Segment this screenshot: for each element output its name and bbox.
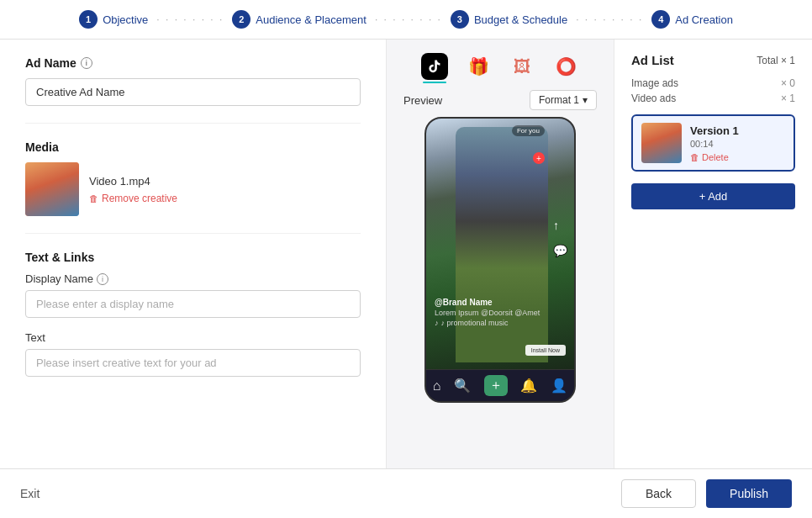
trash-icon: 🗑: [89, 193, 98, 204]
media-label: Media: [25, 140, 361, 154]
video-ads-label: Video ads: [631, 92, 676, 104]
search-bottom-icon: 🔍: [454, 378, 471, 394]
step-2-label: Audience & Placement: [256, 13, 366, 26]
left-panel: Ad Name i Media Video 1.mp4 🗑 Remove cre…: [0, 40, 387, 468]
comment-icon: 💬: [553, 244, 567, 257]
preview-label: Preview: [403, 94, 442, 107]
display-name-label: Display Name i: [25, 272, 361, 285]
publish-button[interactable]: Publish: [706, 479, 792, 508]
divider-1: · · · · · · · ·: [148, 13, 232, 25]
chevron-down-icon: ▾: [583, 94, 588, 106]
step-4-label: Ad Creation: [675, 13, 733, 26]
exit-button[interactable]: Exit: [20, 487, 40, 500]
ad-list-total: Total × 1: [757, 55, 795, 66]
image-ads-label: Image ads: [631, 77, 678, 89]
step-3-label: Budget & Schedule: [474, 13, 567, 26]
text-links-label: Text & Links: [25, 251, 361, 264]
image-icon: 🖼: [514, 57, 530, 77]
ad-name-info-icon[interactable]: i: [81, 57, 92, 69]
platform-icons: 🎁 🖼 ⭕: [403, 53, 597, 80]
circle-platform-icon[interactable]: ⭕: [552, 53, 579, 80]
step-2-circle: 2: [232, 10, 250, 29]
version-duration: 00:14: [690, 139, 785, 149]
caption: Lorem Ipsum @Doorsit @Amet: [435, 309, 540, 317]
phone-video: For you + ↑ 💬 @Brand Name Lorem Ipsum @D…: [426, 119, 574, 369]
image-ads-count: × 0: [781, 77, 795, 89]
add-icon: ＋: [484, 375, 508, 396]
ad-name-group: Ad Name i: [25, 56, 361, 106]
ad-version-card: Version 1 00:14 🗑 Delete: [631, 114, 795, 172]
tiktok-svg: [427, 59, 442, 74]
video-ads-count: × 1: [781, 92, 795, 104]
phone-bottom-bar: ⌂ 🔍 ＋ 🔔 👤: [426, 369, 574, 401]
music-note-icon: ♪: [435, 319, 439, 327]
ad-name-input[interactable]: [25, 78, 361, 106]
phone-right-icons: ↑ 💬: [553, 219, 567, 257]
version-info: Version 1 00:14 🗑 Delete: [690, 124, 785, 162]
divider-3: · · · · · · · ·: [567, 13, 651, 25]
divider-media: [25, 123, 361, 124]
step-2: 2 Audience & Placement: [232, 10, 366, 29]
footer: Exit Back Publish: [0, 468, 812, 518]
step-3-circle: 3: [451, 10, 469, 29]
home-icon: ⌂: [433, 378, 441, 394]
display-name-info-icon[interactable]: i: [97, 273, 108, 285]
back-button[interactable]: Back: [621, 479, 696, 508]
step-1-circle: 1: [79, 10, 98, 29]
media-info: Video 1.mp4 🗑 Remove creative: [89, 175, 177, 204]
music-label: ♪ ♪ promotional music: [435, 319, 540, 327]
ad-list-header: Ad List Total × 1: [631, 53, 795, 67]
display-name-input[interactable]: [25, 290, 361, 318]
tiktok-platform-icon[interactable]: [421, 53, 448, 80]
phone-overlay-text: @Brand Name Lorem Ipsum @Doorsit @Amet ♪…: [435, 298, 540, 327]
text-label: Text: [25, 331, 361, 344]
footer-right: Back Publish: [621, 479, 792, 508]
format-label: Format 1: [539, 94, 579, 106]
step-3: 3 Budget & Schedule: [451, 10, 567, 29]
media-thumbnail: [25, 162, 79, 216]
inbox-icon: 🔔: [520, 378, 537, 394]
display-name-group: Display Name i: [25, 272, 361, 318]
text-input[interactable]: [25, 349, 361, 377]
phone-mockup: For you + ↑ 💬 @Brand Name Lorem Ipsum @D…: [424, 117, 576, 403]
version-name: Version 1: [690, 124, 785, 137]
delete-version-button[interactable]: 🗑 Delete: [690, 152, 785, 162]
preview-bar: Preview Format 1 ▾: [403, 90, 597, 110]
step-4-circle: 4: [651, 10, 670, 29]
right-panel: Ad List Total × 1 Image ads × 0 Video ad…: [614, 40, 812, 468]
install-now-button[interactable]: Install Now: [525, 345, 566, 356]
ad-name-label: Ad Name i: [25, 56, 361, 70]
gift-platform-icon[interactable]: 🎁: [465, 53, 492, 80]
center-panel: 🎁 🖼 ⭕ Preview Format 1 ▾ For you + ↑: [387, 40, 614, 468]
circle-icon: ⭕: [556, 56, 577, 77]
remove-creative-button[interactable]: 🗑 Remove creative: [89, 193, 177, 204]
video-ads-stat: Video ads × 1: [631, 92, 795, 104]
media-filename: Video 1.mp4: [89, 175, 177, 188]
brand-name: @Brand Name: [435, 298, 540, 307]
media-item: Video 1.mp4 🗑 Remove creative: [25, 162, 361, 216]
step-1: 1 Objective: [79, 10, 148, 29]
divider-text-links: [25, 233, 361, 234]
profile-icon: 👤: [551, 378, 567, 394]
share-icon: ↑: [553, 219, 567, 232]
image-platform-icon[interactable]: 🖼: [509, 53, 535, 80]
red-plus-icon: +: [533, 152, 545, 164]
step-1-label: Objective: [103, 13, 148, 26]
version-thumbnail: [641, 123, 682, 163]
format-select[interactable]: Format 1 ▾: [530, 90, 597, 110]
stepper: 1 Objective · · · · · · · · 2 Audience &…: [0, 0, 812, 40]
text-group: Text: [25, 331, 361, 377]
add-button[interactable]: + Add: [631, 183, 795, 209]
step-4: 4 Ad Creation: [651, 10, 733, 29]
for-you-badge: For you: [512, 125, 545, 136]
main-content: Ad Name i Media Video 1.mp4 🗑 Remove cre…: [0, 40, 812, 468]
divider-2: · · · · · · · ·: [366, 13, 451, 25]
trash-icon-version: 🗑: [690, 152, 699, 162]
ad-list-title: Ad List: [631, 53, 674, 67]
image-ads-stat: Image ads × 0: [631, 77, 795, 89]
gift-icon: 🎁: [468, 56, 489, 77]
